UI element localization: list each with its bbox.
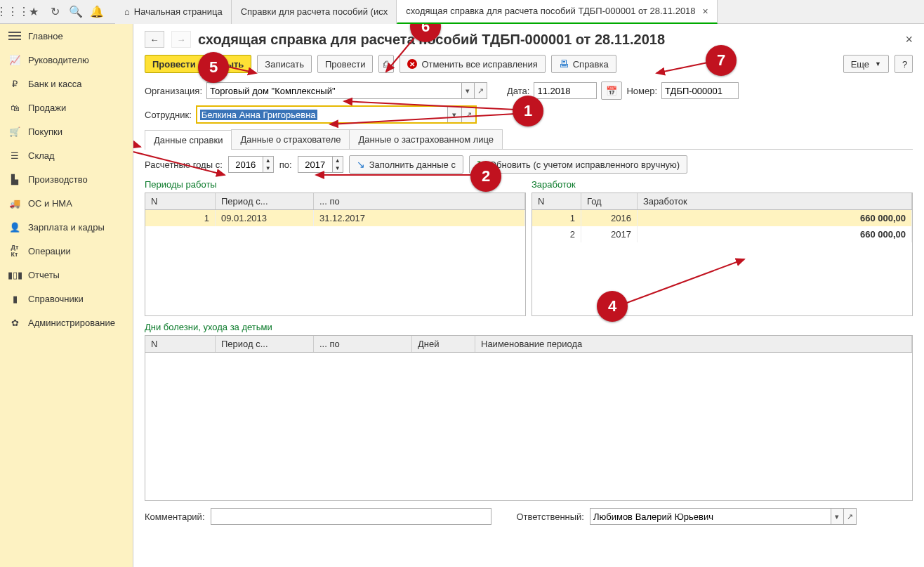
sick-grid[interactable]: N Период с... ... по Дней Наименование п… xyxy=(145,335,913,501)
subtab-insurer[interactable]: Данные о страхователе xyxy=(231,129,350,149)
btn-label: Обновить (с учетом исправленного вручную… xyxy=(489,159,680,170)
tab-home[interactable]: ⌂ Начальная страница xyxy=(115,0,232,24)
open-icon[interactable]: ↗ xyxy=(474,83,487,98)
apps-icon[interactable]: ⋮⋮⋮ xyxy=(6,5,20,19)
col-year: Год xyxy=(581,193,638,209)
star-icon[interactable]: ★ xyxy=(27,5,41,19)
year-from-spinner[interactable]: ▲▼ xyxy=(228,156,274,173)
cell-n: 1 xyxy=(145,210,216,226)
open-icon[interactable]: ↗ xyxy=(461,107,475,122)
down-icon[interactable]: ▼ xyxy=(263,164,273,172)
year-to-input[interactable] xyxy=(298,157,332,172)
stock-icon: ☰ xyxy=(8,149,21,162)
sidebar-item-bank[interactable]: ₽Банк и касса xyxy=(0,72,133,96)
dtkt-icon: ДтКт xyxy=(8,245,21,257)
top-toolbar: ⋮⋮⋮ ★ ↻ 🔍 🔔 ⌂ Начальная страница Справки… xyxy=(0,0,924,24)
date-field[interactable] xyxy=(534,82,597,99)
earnings-grid[interactable]: N Год Заработок 1 2016 660 000,00 2 xyxy=(532,193,913,316)
svg-line-3 xyxy=(133,136,140,147)
up-icon[interactable]: ▲ xyxy=(333,157,343,164)
org-label: Организация: xyxy=(145,86,202,96)
employee-field[interactable]: Белкина Анна Григорьевна ▾ ↗ xyxy=(196,105,477,124)
col-to: ... по xyxy=(314,336,412,352)
bell-icon[interactable]: 🔔 xyxy=(90,5,104,19)
sidebar-item-manager[interactable]: 📈Руководителю xyxy=(0,48,133,72)
sidebar-label: Производство xyxy=(28,174,88,185)
sidebar-item-dict[interactable]: ▮Справочники xyxy=(0,287,133,311)
nav-fwd-button[interactable]: → xyxy=(171,31,191,48)
dropdown-icon[interactable]: ▾ xyxy=(461,83,474,98)
save-button[interactable]: Записать xyxy=(257,55,312,73)
org-input[interactable] xyxy=(207,83,461,98)
sidebar-label: Руководителю xyxy=(28,55,89,65)
num-label: Номер: xyxy=(626,86,657,96)
chart-icon: 📈 xyxy=(8,53,21,66)
search-icon[interactable]: 🔍 xyxy=(69,5,83,19)
number-field[interactable] xyxy=(661,82,739,99)
sidebar-item-purchase[interactable]: 🛒Покупки xyxy=(0,119,133,143)
sidebar-item-prod[interactable]: ▙Производство xyxy=(0,167,133,191)
dropdown-icon[interactable]: ▾ xyxy=(831,509,843,524)
cell-n: 2 xyxy=(532,226,581,242)
sidebar-item-sales[interactable]: 🛍Продажи xyxy=(0,96,133,119)
periods-grid[interactable]: N Период с... ... по 1 09.01.2013 31.12.… xyxy=(145,193,526,316)
comment-input[interactable] xyxy=(211,509,491,524)
history-icon[interactable]: ↻ xyxy=(48,5,62,19)
post-button[interactable]: Провести xyxy=(317,55,374,73)
cell-year: 2016 xyxy=(581,210,638,226)
refresh-button[interactable]: ↻Обновить (с учетом исправленного вручну… xyxy=(469,155,687,174)
callout-5: 5 xyxy=(198,52,229,83)
year-to-spinner[interactable]: ▲▼ xyxy=(298,156,343,173)
cancel-corrections-button[interactable]: ✕Отменить все исправления xyxy=(400,55,545,73)
col-days: Дней xyxy=(412,336,475,352)
down-icon[interactable]: ▼ xyxy=(333,164,343,172)
years-to-label: по: xyxy=(279,159,292,170)
sidebar-item-hr[interactable]: 👤Зарплата и кадры xyxy=(0,215,133,239)
help-button[interactable]: ? xyxy=(895,55,913,73)
close-icon[interactable]: × xyxy=(703,6,708,17)
year-from-input[interactable] xyxy=(229,157,263,172)
structure-button[interactable]: ⎙ xyxy=(378,55,394,73)
sick-title: Дни болезни, ухода за детьми xyxy=(145,322,913,332)
command-bar: Провести и закрыть Записать Провести ⎙ ✕… xyxy=(145,55,913,73)
btn-label: Провести xyxy=(325,59,366,70)
table-row[interactable]: 2 2017 660 000,00 xyxy=(532,226,912,242)
earnings-title: Заработок xyxy=(532,179,913,190)
col-name: Наименование периода xyxy=(475,336,912,352)
calendar-icon: 📅 xyxy=(606,86,617,96)
tab-label: Начальная страница xyxy=(134,6,223,17)
number-input[interactable] xyxy=(662,83,738,98)
close-document-button[interactable]: × xyxy=(905,32,913,47)
calendar-button[interactable]: 📅 xyxy=(601,82,622,100)
fill-button[interactable]: ↘Заполнить данные с xyxy=(349,155,463,174)
table-row[interactable]: 1 2016 660 000,00 xyxy=(532,210,912,226)
sidebar-item-ops[interactable]: ДтКтОперации xyxy=(0,239,133,263)
table-row[interactable]: 1 09.01.2013 31.12.2017 xyxy=(145,210,525,226)
sidebar-label: Главное xyxy=(28,31,63,41)
more-button[interactable]: Еще▼ xyxy=(843,55,889,73)
cell-n: 1 xyxy=(532,210,581,226)
dropdown-icon[interactable]: ▾ xyxy=(447,107,461,122)
responsible-input[interactable] xyxy=(590,509,831,524)
org-field[interactable]: ▾ ↗ xyxy=(206,82,487,99)
date-input[interactable] xyxy=(534,83,596,98)
cell-sum: 660 000,00 xyxy=(638,210,912,226)
subtab-data[interactable]: Данные справки xyxy=(145,130,232,150)
sidebar-item-admin[interactable]: ✿Администрирование xyxy=(0,311,133,334)
sidebar-label: Продажи xyxy=(28,103,66,113)
cell-to: 31.12.2017 xyxy=(314,210,525,226)
tab-refs[interactable]: Справки для расчета пособий (исх xyxy=(232,0,397,24)
subtab-person[interactable]: Данные о застрахованном лице xyxy=(349,129,503,149)
sidebar-item-os[interactable]: 🚚ОС и НМА xyxy=(0,191,133,215)
up-icon[interactable]: ▲ xyxy=(263,157,273,164)
col-from: Период с... xyxy=(216,193,314,209)
responsible-field[interactable]: ▾ ↗ xyxy=(590,508,857,525)
tab-document[interactable]: сходящая справка для расчета пособий ТДБ… xyxy=(397,0,718,24)
comment-field[interactable] xyxy=(211,508,491,525)
sidebar-item-reports[interactable]: ▮▯▮Отчеты xyxy=(0,263,133,287)
sidebar-item-stock[interactable]: ☰Склад xyxy=(0,143,133,167)
nav-back-button[interactable]: ← xyxy=(145,31,164,48)
print-button[interactable]: 🖶Справка xyxy=(551,55,616,73)
open-icon[interactable]: ↗ xyxy=(843,509,856,524)
sidebar-item-main[interactable]: Главное xyxy=(0,24,133,48)
